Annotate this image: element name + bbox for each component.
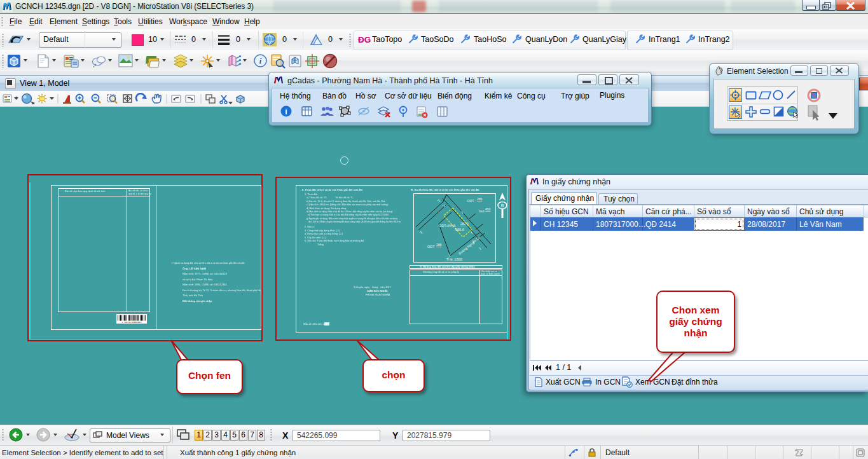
svg-text:i: i (259, 56, 262, 65)
svg-text:i: i (285, 107, 287, 116)
